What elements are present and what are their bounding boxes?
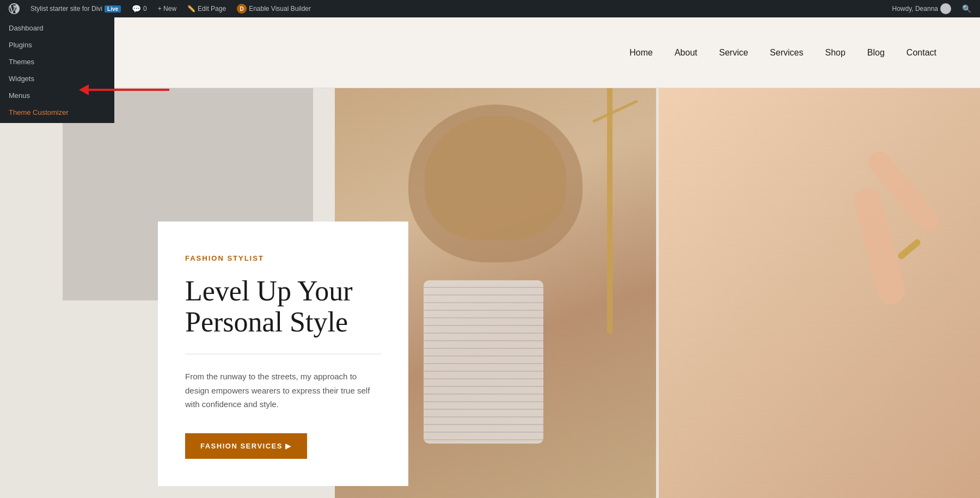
admin-right: Howdy, Deanna 🔍 — [888, 0, 976, 17]
howdy-item[interactable]: Howdy, Deanna — [888, 0, 956, 17]
avatar — [940, 3, 951, 14]
divi-logo: D — [237, 4, 247, 14]
edit-page-item[interactable]: ✏️ Edit Page — [183, 0, 230, 17]
dropdown-menu: Dashboard Plugins Themes Widgets Menus T… — [0, 17, 114, 123]
card-eyebrow: FASHION STYLIST — [185, 254, 381, 262]
nav-about[interactable]: About — [675, 48, 697, 58]
nav-home[interactable]: Home — [629, 48, 653, 58]
live-badge: Live — [105, 5, 121, 13]
dropdown-theme-customizer[interactable]: Theme Customizer — [0, 104, 114, 121]
dropdown-themes[interactable]: Themes — [0, 53, 114, 70]
site-name[interactable]: Stylist starter site for Divi Live — [26, 0, 125, 17]
hero-section: FASHION STYLIST Level Up Your Personal S… — [0, 88, 980, 498]
nav-contact[interactable]: Contact — [906, 48, 936, 58]
person-image-right — [659, 88, 980, 498]
dropdown-dashboard[interactable]: Dashboard — [0, 20, 114, 36]
divi-icon-item[interactable]: D Enable Visual Builder — [232, 0, 315, 17]
arrow-line — [88, 89, 169, 91]
card-description: From the runway to the streets, my appro… — [185, 370, 381, 411]
nav-services[interactable]: Services — [770, 48, 803, 58]
site-nav: Home About Service Services Shop Blog Co… — [629, 48, 936, 58]
nav-service[interactable]: Service — [719, 48, 748, 58]
card-title: Level Up Your Personal Style — [185, 275, 381, 337]
nav-shop[interactable]: Shop — [825, 48, 845, 58]
fashion-services-button[interactable]: FASHION SERVICES ▶ — [185, 433, 307, 459]
card-divider — [185, 354, 381, 354]
admin-bar: Stylist starter site for Divi Live 💬 0 +… — [0, 0, 980, 17]
new-item[interactable]: + New — [154, 0, 181, 17]
wp-logo-item[interactable] — [4, 0, 24, 17]
nav-blog[interactable]: Blog — [867, 48, 885, 58]
comments-item[interactable]: 💬 0 — [127, 0, 151, 17]
dropdown-plugins[interactable]: Plugins — [0, 36, 114, 53]
search-icon: 🔍 — [962, 4, 971, 13]
site-header: D Home About Service Services Shop Blog … — [0, 17, 980, 88]
search-item[interactable]: 🔍 — [958, 0, 976, 17]
hero-card: FASHION STYLIST Level Up Your Personal S… — [158, 222, 408, 486]
arrow-annotation — [79, 84, 169, 95]
